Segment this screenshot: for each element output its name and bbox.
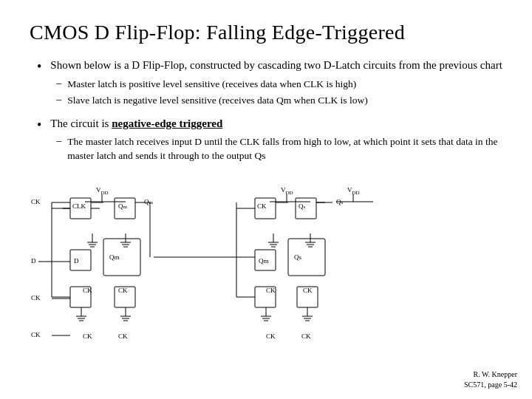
bullet-1: • Shown below is a D Flip-Flop, construc… [37, 58, 502, 110]
svg-text:Qm: Qm [259, 257, 269, 265]
svg-text:CK: CK [301, 332, 311, 340]
svg-text:Qs: Qs [299, 202, 306, 210]
svg-text:CK: CK [83, 332, 92, 340]
svg-text:CK: CK [266, 287, 276, 294]
svg-text:Qm: Qm [118, 202, 128, 210]
svg-text:D: D [31, 257, 36, 265]
svg-text:CK: CK [118, 287, 128, 294]
content-area: • Shown below is a D Flip-Flop, construc… [30, 58, 502, 166]
bullet-2-content: The circuit is negative-edge triggered –… [50, 116, 502, 166]
sub-bullet-1-2: – Slave latch is negative level sensitiv… [56, 94, 502, 108]
bullet-2: • The circuit is negative-edge triggered… [37, 116, 502, 166]
sub-bullet-1-2-text: Slave latch is negative level sensitive … [67, 94, 367, 108]
attribution-line2: SC571, page 5-42 [464, 380, 517, 390]
svg-text:CK: CK [31, 198, 41, 205]
bullet-dot-1: • [37, 59, 41, 75]
dash-1-1: – [56, 78, 61, 89]
svg-text:CK: CK [31, 331, 41, 338]
circuit-svg: text { font-family: 'Times New Roman', s… [30, 176, 502, 353]
dash-2-1: – [56, 135, 61, 147]
svg-text:Qs: Qs [294, 253, 301, 261]
circuit-diagram-area: text { font-family: 'Times New Roman', s… [30, 176, 502, 353]
svg-text:CK: CK [266, 332, 276, 340]
bullet-2-sub-bullets: – The master latch receives input D unti… [50, 135, 502, 163]
negative-edge-triggered-label: negative-edge triggered [112, 117, 222, 129]
svg-text:Qm: Qm [144, 198, 154, 205]
svg-text:CK: CK [303, 287, 313, 294]
svg-text:Qm: Qm [109, 253, 120, 261]
sub-bullet-1-1-text: Master latch is positive level sensitive… [67, 78, 356, 92]
svg-text:CLK: CLK [72, 202, 86, 210]
bullet-1-text: Shown below is a D Flip-Flop, constructe… [50, 59, 502, 71]
bullet-2-text: The circuit is negative-edge triggered [50, 117, 222, 129]
slide: CMOS D Flip-Flop: Falling Edge-Triggered… [0, 0, 532, 399]
slide-title: CMOS D Flip-Flop: Falling Edge-Triggered [30, 21, 502, 44]
bullet-1-content: Shown below is a D Flip-Flop, constructe… [50, 58, 502, 110]
svg-text:CK: CK [257, 202, 267, 210]
attribution-line1: R. W. Knepper [464, 369, 517, 380]
bullet-dot-2: • [37, 117, 41, 133]
dash-1-2: – [56, 94, 61, 106]
svg-text:Qs: Qs [336, 198, 344, 205]
sub-bullet-2-1: – The master latch receives input D unti… [56, 135, 502, 163]
attribution: R. W. Knepper SC571, page 5-42 [464, 369, 517, 390]
svg-text:CK: CK [31, 294, 41, 301]
sub-bullet-2-1-text: The master latch receives input D until … [67, 135, 502, 163]
sub-bullet-1-1: – Master latch is positive level sensiti… [56, 78, 502, 92]
svg-text:CK: CK [118, 332, 128, 340]
bullet-1-sub-bullets: – Master latch is positive level sensiti… [50, 78, 502, 108]
svg-text:D: D [74, 257, 79, 265]
